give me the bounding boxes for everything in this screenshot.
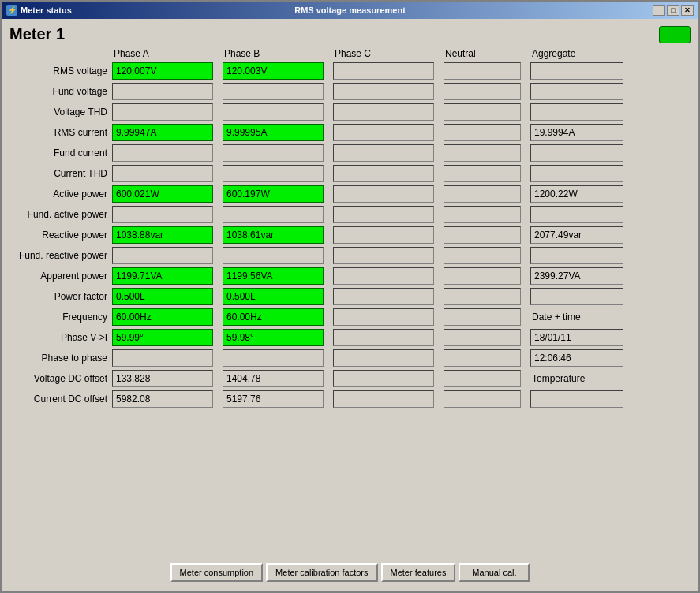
phase-c-cell[interactable] <box>333 329 434 346</box>
phase-a-cell[interactable] <box>112 185 213 203</box>
phase-a-cell[interactable] <box>112 349 213 367</box>
phase-c-cell[interactable] <box>333 124 434 141</box>
phase-c-cell[interactable] <box>333 83 434 100</box>
meter-calibration-button[interactable]: Meter calibration factors <box>266 563 377 582</box>
aggregate-cell[interactable] <box>530 288 623 305</box>
phase-b-cell[interactable] <box>223 247 324 264</box>
phase-c-cell[interactable] <box>333 62 434 80</box>
neutral-cell[interactable] <box>444 349 521 367</box>
aggregate-cell[interactable] <box>530 247 623 264</box>
neutral-cell[interactable] <box>444 206 521 223</box>
neutral-cell[interactable] <box>444 226 521 244</box>
neutral-cell[interactable] <box>444 267 521 285</box>
neutral-cell[interactable] <box>444 124 521 141</box>
phase-b-cell[interactable] <box>223 349 324 367</box>
meter-features-button[interactable]: Meter features <box>381 563 456 582</box>
phase-b-cell[interactable] <box>223 144 324 162</box>
close-button[interactable]: ✕ <box>681 5 694 16</box>
phase-b-cell[interactable] <box>223 370 324 387</box>
phase-c-cell[interactable] <box>333 103 434 121</box>
phase-a-cell[interactable] <box>112 226 213 244</box>
aggregate-cell[interactable] <box>530 124 623 141</box>
phase-b-cell[interactable] <box>223 390 324 408</box>
phase-a-cell[interactable] <box>112 308 213 326</box>
phase-a-cell[interactable] <box>112 288 213 305</box>
phase-c-cell[interactable] <box>333 390 434 408</box>
aggregate-cell[interactable] <box>530 83 623 100</box>
phase-a-cell[interactable] <box>112 370 213 387</box>
neutral-cell[interactable] <box>444 247 521 264</box>
phase-c-cell[interactable] <box>333 226 434 244</box>
neutral-cell[interactable] <box>444 185 521 203</box>
aggregate-cell[interactable] <box>530 103 623 121</box>
table-row: Fund. reactive power <box>9 246 691 265</box>
phase-c-cell[interactable] <box>333 185 434 203</box>
row-label: Voltage DC offset <box>9 373 112 384</box>
neutral-cell[interactable] <box>444 144 521 162</box>
neutral-cell[interactable] <box>444 103 521 121</box>
aggregate-cell[interactable] <box>530 206 623 223</box>
phase-b-cell[interactable] <box>223 165 324 182</box>
aggregate-cell[interactable] <box>530 226 623 244</box>
aggregate-cell[interactable] <box>530 62 623 80</box>
phase-b-cell[interactable] <box>223 226 324 244</box>
phase-b-cell[interactable] <box>223 329 324 346</box>
phase-a-cell[interactable] <box>112 247 213 264</box>
table-row: Phase V->I <box>9 328 691 347</box>
phase-a-cell[interactable] <box>112 144 213 162</box>
phase-c-cell[interactable] <box>333 247 434 264</box>
minimize-button[interactable]: _ <box>653 5 665 16</box>
phase-a-cell[interactable] <box>112 206 213 223</box>
neutral-cell[interactable] <box>444 83 521 100</box>
phase-b-cell[interactable] <box>223 103 324 121</box>
neutral-cell[interactable] <box>444 390 521 408</box>
phase-c-cell[interactable] <box>333 165 434 182</box>
phase-b-cell[interactable] <box>223 185 324 203</box>
row-label: Apparent power <box>9 270 112 282</box>
phase-c-cell[interactable] <box>333 144 434 162</box>
row-label: Phase to phase <box>9 352 112 364</box>
aggregate-cell[interactable] <box>530 267 623 285</box>
maximize-button[interactable]: □ <box>667 5 679 16</box>
phase-a-cell[interactable] <box>112 329 213 346</box>
phase-c-cell[interactable] <box>333 267 434 285</box>
aggregate-label: Temperature <box>530 373 623 384</box>
meter-title: Meter 1 <box>9 25 65 43</box>
neutral-cell[interactable] <box>444 165 521 182</box>
phase-a-cell[interactable] <box>112 62 213 80</box>
phase-a-cell[interactable] <box>112 165 213 182</box>
phase-c-cell[interactable] <box>333 288 434 305</box>
neutral-cell[interactable] <box>444 370 521 387</box>
aggregate-cell[interactable] <box>530 185 623 203</box>
phase-c-cell[interactable] <box>333 308 434 326</box>
phase-a-cell[interactable] <box>112 83 213 100</box>
phase-a-cell[interactable] <box>112 267 213 285</box>
aggregate-cell[interactable] <box>530 144 623 162</box>
phase-c-cell[interactable] <box>333 370 434 387</box>
phase-a-cell[interactable] <box>112 390 213 408</box>
aggregate-header: Aggregate <box>530 48 633 59</box>
aggregate-cell[interactable] <box>530 329 623 346</box>
phase-a-cell[interactable] <box>112 124 213 141</box>
aggregate-cell[interactable] <box>530 165 623 182</box>
phase-c-cell[interactable] <box>333 349 434 367</box>
phase-b-cell[interactable] <box>223 124 324 141</box>
phase-c-cell[interactable] <box>333 206 434 223</box>
phase-b-cell[interactable] <box>223 308 324 326</box>
manual-cal-button[interactable]: Manual cal. <box>459 563 530 582</box>
row-label: Frequency <box>9 311 112 323</box>
phase-b-cell[interactable] <box>223 206 324 223</box>
neutral-cell[interactable] <box>444 308 521 326</box>
phase-b-cell[interactable] <box>223 83 324 100</box>
neutral-cell[interactable] <box>444 62 521 80</box>
aggregate-cell[interactable] <box>530 349 623 367</box>
phase-a-cell[interactable] <box>112 103 213 121</box>
phase-b-cell[interactable] <box>223 288 324 305</box>
phase-b-cell[interactable] <box>223 62 324 80</box>
neutral-cell[interactable] <box>444 329 521 346</box>
table-row: Active power <box>9 185 691 203</box>
neutral-cell[interactable] <box>444 288 521 305</box>
phase-b-cell[interactable] <box>223 267 324 285</box>
meter-consumption-button[interactable]: Meter consumption <box>170 563 264 582</box>
aggregate-cell[interactable] <box>530 390 623 408</box>
